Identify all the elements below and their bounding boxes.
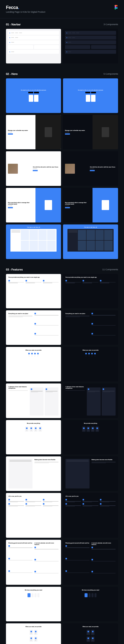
phone-mockup	[102, 127, 109, 137]
hero-grid: No need to rely on your old calendar any…	[0, 78, 124, 264]
hero-headline: Manage your schedule way easier	[65, 130, 91, 131]
feature-card[interactable]: Making plans become more flexible	[6, 456, 61, 491]
feature-card[interactable]: We have everything you need	[63, 587, 118, 621]
hero-cta	[8, 207, 13, 208]
navbar-card-dark[interactable]	[63, 29, 118, 64]
feature-card[interactable]: We have everything you need	[6, 587, 61, 621]
hero-headline: Now everybody able to manage their sched…	[8, 202, 33, 205]
hero-card-5-light[interactable]: One tap to rule them all	[6, 224, 61, 259]
hero-card-4-dark[interactable]: Now everybody able to manage their sched…	[63, 188, 118, 222]
feature-card[interactable]: What you need, we provide	[6, 347, 61, 382]
store-badges	[28, 92, 39, 93]
feature-title: A normal calendar, but with more feature…	[34, 542, 59, 545]
feature-title: All in one, just for you	[8, 496, 59, 497]
feature-card[interactable]: What you need, we provide	[6, 623, 61, 644]
nav-variant	[8, 36, 59, 40]
feature-card[interactable]: What you need, we provide	[63, 347, 118, 382]
section-title: 01 - Navbar	[6, 23, 21, 26]
section-header-hero: 02 - Hero 5 Components	[0, 68, 124, 78]
features-grid: Fecca provide everything you need in one…	[0, 274, 124, 644]
brand-subtitle: Landing Page UI Kits for Digital Product	[6, 11, 118, 13]
nav-variant	[65, 45, 116, 49]
phone-mockup	[45, 127, 52, 137]
feature-title: We provide everything	[84, 422, 97, 424]
hero-cta	[90, 170, 95, 171]
hero-image	[8, 164, 18, 174]
nav-variant	[8, 31, 59, 35]
hero-headline: One tap to rule them all	[27, 226, 40, 228]
section-title: 03 - Features	[6, 268, 23, 271]
page-header: Fecca. Landing Page UI Kits for Digital …	[0, 0, 124, 18]
hero-sub: Lorem ipsum	[65, 132, 91, 133]
hero-headline: No need to rely on your old calendar any…	[78, 89, 103, 91]
phone-mockups	[86, 95, 95, 102]
feature-title: What you need, we provide	[26, 626, 41, 627]
phone-mockup	[102, 200, 109, 210]
feature-card[interactable]: Planning good second will book and fun A…	[6, 540, 61, 584]
nav-variant	[65, 50, 116, 54]
nav-variant	[65, 36, 116, 40]
feature-card[interactable]: We provide everything	[6, 420, 61, 455]
feature-card[interactable]: We provide everything	[63, 420, 118, 455]
feature-card[interactable]: What you need, we provide	[63, 623, 118, 644]
brand-logo: Fecca.	[6, 5, 118, 10]
svg-point-0	[116, 7, 118, 9]
feature-title: Fecca provide everything you need in one…	[8, 276, 59, 278]
feature-card[interactable]: Fecca provide everything you need in one…	[6, 274, 61, 308]
hero-sub: Lorem ipsum	[8, 205, 33, 206]
hero-card-1-dark[interactable]: No need to rely on your old calendar any…	[63, 78, 118, 113]
hero-cta	[33, 170, 38, 171]
section-count: 5 Components	[103, 73, 118, 75]
hero-card-2-light[interactable]: Manage your schedule way easier Lorem ip…	[6, 115, 61, 150]
nav-variant	[65, 31, 116, 35]
feature-card[interactable]: Making plans become more flexible	[63, 456, 118, 491]
figma-icon	[114, 5, 118, 11]
dashboard-mockup	[10, 229, 56, 252]
hero-sub: Lorem ipsum	[65, 205, 91, 206]
hero-cta	[8, 134, 13, 134]
store-badges	[85, 92, 96, 93]
feature-title: A normal calendar, but with more feature…	[92, 542, 116, 545]
feature-title: What you need, we provide	[26, 349, 41, 351]
feature-title: A glimpse of two main features compariso…	[65, 386, 85, 389]
feature-card[interactable]: Planning good second will book and fun A…	[63, 540, 118, 584]
hero-card-4-light[interactable]: Now everybody able to manage their sched…	[6, 188, 61, 222]
feature-card[interactable]: A glimpse of two main features compariso…	[6, 384, 61, 418]
hero-image	[65, 164, 75, 174]
feature-title: We provide everything	[27, 422, 40, 424]
brand-dot: .	[18, 5, 19, 10]
hero-cta	[65, 134, 70, 134]
navbar-grid	[0, 29, 124, 68]
feature-title: All in one, just for you	[65, 496, 116, 497]
hero-headline: No need to rely on your old calendar any…	[21, 89, 46, 91]
phone-mockups	[29, 95, 38, 102]
feature-title: Planning good second will book and fun	[8, 542, 32, 544]
hero-card-1-light[interactable]: No need to rely on your old calendar any…	[6, 78, 61, 113]
section-header-features: 03 - Features 11 Components	[0, 264, 124, 274]
feature-title: We have everything you need	[25, 589, 42, 591]
feature-title: Making plans become more flexible	[92, 459, 116, 460]
nav-variant	[8, 45, 59, 49]
hero-headline: One tap to rule them all	[84, 226, 97, 228]
feature-card[interactable]: A glimpse of two main features compariso…	[63, 384, 118, 418]
hero-card-3-dark[interactable]: Out with the old and in with the new, Fe…	[63, 151, 118, 186]
navbar-card-light[interactable]	[6, 29, 61, 64]
feature-title: Everything you need in one place	[8, 313, 32, 314]
feature-card[interactable]: All in one, just for you	[6, 493, 61, 538]
hero-card-2-dark[interactable]: Manage your schedule way easier Lorem ip…	[63, 115, 118, 150]
feature-card[interactable]: Everything you need in one place	[6, 310, 61, 345]
feature-card[interactable]: Everything you need in one place	[63, 310, 118, 345]
feature-title: Making plans become more flexible	[34, 459, 59, 460]
feature-title: Fecca provide everything you need in one…	[65, 276, 116, 278]
hero-headline: Out with the old and in with the new, Fe…	[90, 166, 116, 168]
phone-mockup	[45, 200, 52, 210]
hero-sub: Lorem ipsum	[90, 168, 116, 169]
dashboard-mockup	[67, 229, 113, 252]
feature-title: We have everything you need	[82, 589, 99, 591]
feature-card[interactable]: All in one, just for you	[63, 493, 118, 538]
hero-card-5-dark[interactable]: One tap to rule them all	[63, 224, 118, 259]
hero-card-3-light[interactable]: Out with the old and in with the new, Fe…	[6, 151, 61, 186]
hero-headline: Manage your schedule way easier	[8, 130, 33, 131]
feature-card[interactable]: Fecca provide everything you need in one…	[63, 274, 118, 308]
feature-title: What you need, we provide	[83, 626, 98, 627]
